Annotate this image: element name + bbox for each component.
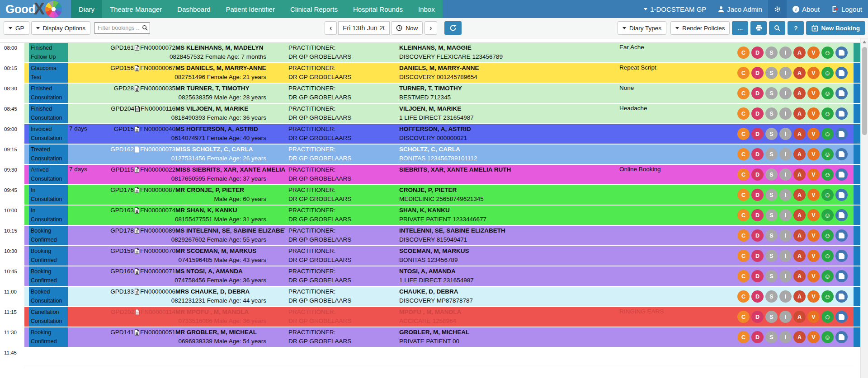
document-icon-wrap[interactable] — [134, 126, 140, 132]
i-button[interactable]: I — [779, 47, 792, 59]
gp-dropdown-button[interactable]: GP — [4, 21, 29, 35]
c-button[interactable]: C — [737, 128, 750, 140]
i-button[interactable]: I — [779, 189, 792, 201]
display-options-button[interactable]: Display Options — [31, 21, 91, 35]
note-button[interactable] — [835, 229, 848, 242]
s-button[interactable]: S — [765, 189, 778, 201]
s-button[interactable]: S — [765, 67, 778, 79]
d-button[interactable]: D — [751, 87, 764, 99]
status-chip[interactable]: In Consultation — [29, 185, 68, 205]
d-button[interactable]: D — [751, 168, 764, 181]
s-button[interactable]: S — [765, 148, 778, 160]
print-button[interactable] — [750, 21, 767, 35]
s-button[interactable]: S — [765, 107, 778, 120]
v-button[interactable]: V — [807, 107, 820, 120]
d-button[interactable]: D — [751, 270, 764, 282]
diary-booking-row[interactable]: 10:00In ConsultationGPD163FN00000074MR S… — [0, 205, 868, 225]
d-button[interactable]: D — [751, 67, 764, 79]
smiley-button[interactable]: ☺ — [821, 148, 834, 160]
v-button[interactable]: V — [807, 290, 820, 303]
s-button[interactable]: S — [765, 128, 778, 140]
d-button[interactable]: D — [751, 290, 764, 303]
smiley-button[interactable]: ☺ — [821, 250, 834, 262]
next-day-button[interactable]: › — [425, 21, 437, 35]
i-button[interactable]: I — [779, 311, 792, 323]
smiley-button[interactable]: ☺ — [821, 270, 834, 282]
diary-types-button[interactable]: Diary Types — [618, 21, 666, 35]
c-button[interactable]: C — [737, 209, 750, 221]
status-chip[interactable]: In Consultation — [29, 205, 68, 225]
smiley-button[interactable]: ☺ — [821, 107, 834, 120]
note-button[interactable] — [835, 128, 848, 140]
s-button[interactable]: S — [765, 209, 778, 221]
note-button[interactable] — [835, 311, 848, 323]
a-button[interactable]: A — [793, 128, 806, 140]
smiley-button[interactable]: ☺ — [821, 229, 834, 242]
c-button[interactable]: C — [737, 290, 750, 303]
i-button[interactable]: I — [779, 290, 792, 303]
smiley-button[interactable]: ☺ — [821, 209, 834, 221]
v-button[interactable]: V — [807, 189, 820, 201]
diary-booking-row[interactable]: 11:15Canellation ConsultationGPD202FN000… — [0, 307, 868, 327]
status-chip[interactable]: Booking Confirmed — [29, 246, 68, 266]
a-button[interactable]: A — [793, 331, 806, 343]
c-button[interactable]: C — [737, 47, 750, 59]
document-icon-wrap[interactable] — [134, 289, 140, 295]
document-icon-wrap[interactable] — [134, 248, 140, 254]
v-button[interactable]: V — [807, 270, 820, 282]
v-button[interactable]: V — [807, 47, 820, 59]
goodx-logo[interactable]: GoodX — [0, 0, 71, 18]
diary-booking-row[interactable]: 08:30Finished ConsultationGPD28FN0000003… — [0, 84, 868, 103]
render-policies-button[interactable]: Render Policies — [670, 21, 730, 35]
i-button[interactable]: I — [779, 331, 792, 343]
refresh-button[interactable] — [444, 21, 462, 35]
i-button[interactable]: I — [779, 148, 792, 160]
user-menu[interactable]: Jaco Admin — [712, 0, 768, 18]
about-button[interactable]: i About — [787, 0, 826, 18]
d-button[interactable]: D — [751, 148, 764, 160]
nav-item-theatre-manager[interactable]: Theatre Manager — [102, 0, 170, 18]
note-button[interactable] — [835, 331, 848, 343]
i-button[interactable]: I — [779, 250, 792, 262]
s-button[interactable]: S — [765, 331, 778, 343]
nav-item-hospital-rounds[interactable]: Hospital Rounds — [345, 0, 410, 18]
note-button[interactable] — [835, 87, 848, 99]
note-button[interactable] — [835, 209, 848, 221]
smiley-button[interactable]: ☺ — [821, 168, 834, 181]
smiley-button[interactable]: ☺ — [821, 331, 834, 343]
now-button[interactable]: Now — [391, 21, 423, 35]
a-button[interactable]: A — [793, 107, 806, 120]
diary-booking-row[interactable]: 08:45Finished ConsultationGPD204FN000001… — [0, 104, 868, 123]
diary-booking-row[interactable]: 10:45Booking ConfirmedGPD160FN00000071MS… — [0, 266, 868, 286]
note-button[interactable] — [835, 250, 848, 262]
i-button[interactable]: I — [779, 128, 792, 140]
a-button[interactable]: A — [793, 189, 806, 201]
c-button[interactable]: C — [737, 168, 750, 181]
a-button[interactable]: A — [793, 47, 806, 59]
smiley-button[interactable]: ☺ — [821, 311, 834, 323]
new-booking-button[interactable]: New Booking — [806, 21, 865, 35]
s-button[interactable]: S — [765, 311, 778, 323]
d-button[interactable]: D — [751, 209, 764, 221]
diary-booking-row[interactable]: 10:15Booking ConfirmedGPD178FN00000089MS… — [0, 226, 868, 245]
note-button[interactable] — [835, 290, 848, 303]
nav-item-dashboard[interactable]: Dashboard — [170, 0, 218, 18]
document-icon-wrap[interactable] — [134, 268, 140, 275]
diary-booking-row[interactable]: 08:15Glaucoma TestGPD156FN00000067MS DAN… — [0, 63, 868, 83]
document-icon-wrap[interactable] — [134, 207, 140, 214]
smiley-button[interactable]: ☺ — [821, 290, 834, 303]
smiley-button[interactable]: ☺ — [821, 47, 834, 59]
status-chip[interactable]: Canellation Consultation — [29, 307, 68, 327]
i-button[interactable]: I — [779, 107, 792, 120]
scroll-up-arrow-icon[interactable] — [863, 41, 866, 43]
d-button[interactable]: D — [751, 189, 764, 201]
status-chip[interactable]: Treated Consultation — [29, 145, 68, 164]
c-button[interactable]: C — [737, 67, 750, 79]
status-chip[interactable]: Finished Consultation — [29, 84, 68, 103]
c-button[interactable]: C — [737, 270, 750, 282]
c-button[interactable]: C — [737, 229, 750, 242]
diary-booking-row[interactable]: 09:45In ConsultationGPD176FN00000087MR C… — [0, 185, 868, 205]
document-icon-wrap[interactable] — [134, 167, 140, 173]
s-button[interactable]: S — [765, 87, 778, 99]
a-button[interactable]: A — [793, 148, 806, 160]
